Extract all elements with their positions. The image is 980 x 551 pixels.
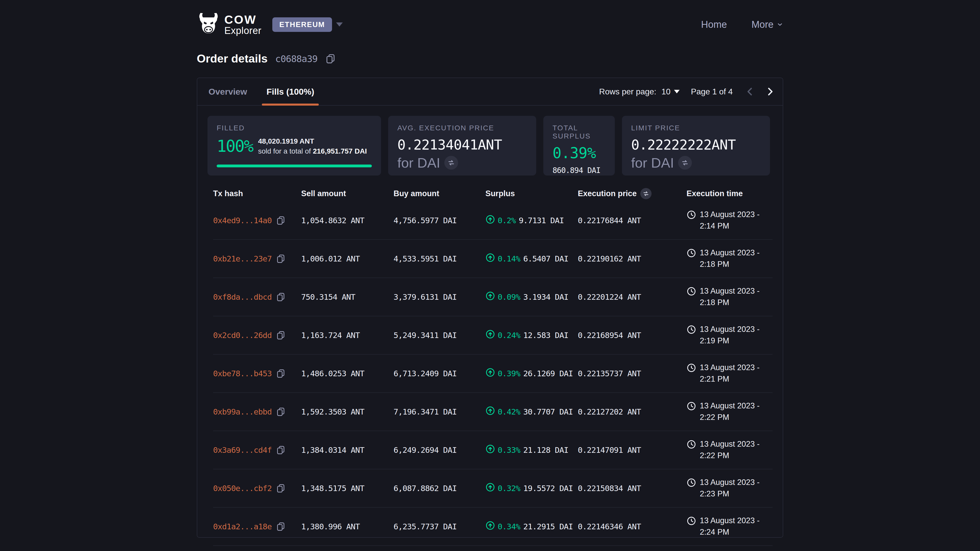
buy-amount-cell: 6,713.2409 DAI <box>393 369 485 378</box>
copy-tx-hash-icon[interactable] <box>276 407 286 416</box>
clock-icon <box>687 247 696 260</box>
execution-time-text: 13 August 2023 - 2:18 PM <box>700 247 773 270</box>
execution-price-cell: 0.22176844 ANT <box>578 216 687 225</box>
tx-hash-link[interactable]: 0xb99a...ebbd <box>213 407 272 416</box>
surplus-up-icon <box>485 214 495 226</box>
filled-amount: 48,020.1919 ANT <box>258 136 367 146</box>
surplus-percent: 0.2% <box>498 216 516 225</box>
execution-time-text: 13 August 2023 - 2:22 PM <box>700 438 773 462</box>
limit-price-label: LIMIT PRICE <box>631 124 761 132</box>
rows-per-page-select[interactable]: 10 <box>662 87 680 97</box>
copy-tx-hash-icon[interactable] <box>276 216 286 225</box>
execution-price-cell: 0.22135737 ANT <box>578 369 687 378</box>
table-row: 0xf8da...dbcd 750.3154 ANT 3,379.6131 DA… <box>213 278 773 316</box>
avg-execution-price-label: AVG. EXECUTION PRICE <box>397 124 527 132</box>
copy-tx-hash-icon[interactable] <box>276 368 286 378</box>
copy-tx-hash-icon[interactable] <box>276 330 286 340</box>
tx-hash-link[interactable]: 0xf8da...dbcd <box>213 292 272 302</box>
execution-price-invert-icon[interactable] <box>640 188 652 199</box>
filled-card: FILLED 100% 48,020.1919 ANT sold for a t… <box>207 116 381 176</box>
execution-time-text: 13 August 2023 - 2:18 PM <box>700 286 773 308</box>
copy-order-id-icon[interactable] <box>325 53 336 64</box>
main-nav: Home More <box>701 19 783 30</box>
sell-amount-cell: 1,348.5175 ANT <box>301 484 393 493</box>
execution-price-cell: 0.22150834 ANT <box>578 484 687 493</box>
clock-icon <box>687 209 696 222</box>
logo-wordmark: COW Explorer <box>224 14 262 36</box>
filled-progress-bar <box>217 165 372 167</box>
table-row: 0x050e...cbf2 1,348.5175 ANT 6,087.8862 … <box>213 469 773 508</box>
surplus-amount: 6.5407 DAI <box>523 254 568 263</box>
surplus-percent: 0.32% <box>498 484 520 493</box>
surplus-percent: 0.09% <box>498 292 520 302</box>
filled-label: FILLED <box>217 124 372 132</box>
buy-amount-cell: 3,379.6131 DAI <box>393 292 485 302</box>
execution-price-cell: 0.22147091 ANT <box>578 445 687 454</box>
surplus-amount: 19.5572 DAI <box>523 484 573 493</box>
execution-price-cell: 0.22168954 ANT <box>578 330 687 340</box>
page-indicator: Page 1 of 4 <box>691 87 733 97</box>
network-badge[interactable]: ETHEREUM <box>272 17 332 32</box>
tx-hash-link[interactable]: 0x3a69...cd4f <box>213 445 272 454</box>
previous-page-button[interactable] <box>744 86 756 98</box>
tab-fills[interactable]: Fills (100%) <box>262 78 319 105</box>
surplus-up-icon <box>485 291 495 303</box>
filled-percent: 100% <box>217 137 253 156</box>
rows-per-page-label: Rows per page: <box>599 87 656 97</box>
tab-overview[interactable]: Overview <box>204 78 251 105</box>
table-row: 0x3a69...cd4f 1,384.0314 ANT 6,249.2694 … <box>213 431 773 469</box>
copy-tx-hash-icon[interactable] <box>276 292 286 302</box>
surplus-amount: 9.7131 DAI <box>519 216 564 225</box>
limit-price-card: LIMIT PRICE 0.22222222ANT for DAI <box>622 116 770 176</box>
table-row: 0xb99a...ebbd 1,592.3503 ANT 7,196.3471 … <box>213 393 773 431</box>
sell-amount-cell: 1,486.0253 ANT <box>301 369 393 378</box>
buy-amount-cell: 6,235.7737 DAI <box>393 522 485 531</box>
clock-icon <box>687 362 696 375</box>
column-execution-price: Execution price <box>578 188 687 199</box>
surplus-up-icon <box>485 329 495 341</box>
invert-price-icon[interactable] <box>444 156 458 170</box>
execution-time-text: 13 August 2023 - 2:19 PM <box>700 324 773 347</box>
buy-amount-cell: 7,196.3471 DAI <box>393 407 485 416</box>
avg-execution-price-unit: for DAI <box>397 155 440 171</box>
page-title-row: Order details c0688a39 <box>197 52 783 65</box>
nav-more-menu[interactable]: More <box>751 19 783 30</box>
tx-hash-link[interactable]: 0x050e...cbf2 <box>213 484 272 493</box>
surplus-percent: 0.34% <box>498 522 520 531</box>
column-tx-hash: Tx hash <box>213 189 301 198</box>
surplus-percent: 0.14% <box>498 254 520 263</box>
next-page-button[interactable] <box>764 86 776 98</box>
sell-amount-cell: 1,006.012 ANT <box>301 254 393 263</box>
network-selector[interactable]: ETHEREUM <box>272 17 343 32</box>
tx-hash-link[interactable]: 0x2cd0...26dd <box>213 330 272 340</box>
surplus-up-icon <box>485 253 495 265</box>
copy-tx-hash-icon[interactable] <box>276 483 286 493</box>
tx-hash-link[interactable]: 0x4ed9...14a0 <box>213 216 272 225</box>
tx-hash-link[interactable]: 0xb21e...23e7 <box>213 254 272 263</box>
execution-price-cell: 0.22190162 ANT <box>578 254 687 263</box>
copy-tx-hash-icon[interactable] <box>276 522 286 531</box>
cow-explorer-logo[interactable]: COW Explorer <box>197 12 262 37</box>
limit-price-value: 0.22222222ANT <box>631 137 761 153</box>
copy-tx-hash-icon[interactable] <box>276 445 286 455</box>
nav-home-link[interactable]: Home <box>701 19 727 30</box>
fills-table: Tx hash Sell amount Buy amount Surplus E… <box>213 186 773 546</box>
sell-amount-cell: 1,592.3503 ANT <box>301 407 393 416</box>
avg-execution-price-card: AVG. EXECUTION PRICE 0.22134041ANT for D… <box>388 116 536 176</box>
pager <box>744 86 776 98</box>
tx-hash-link[interactable]: 0xbe78...b453 <box>213 369 272 378</box>
invert-price-icon[interactable] <box>678 156 692 170</box>
execution-price-cell: 0.22127202 ANT <box>578 407 687 416</box>
sell-amount-cell: 1,384.0314 ANT <box>301 445 393 454</box>
tabs-row: Overview Fills (100%) Rows per page: 10 … <box>197 78 783 106</box>
table-row: 0x4ed9...14a0 1,054.8632 ANT 4,756.5977 … <box>213 202 773 240</box>
column-buy-amount: Buy amount <box>393 189 485 198</box>
execution-price-cell: 0.22146346 ANT <box>578 522 687 531</box>
clock-icon <box>687 477 696 489</box>
table-controls: Rows per page: 10 Page 1 of 4 <box>599 86 776 98</box>
copy-tx-hash-icon[interactable] <box>276 254 286 264</box>
cow-logo-icon <box>197 12 220 37</box>
tx-hash-link[interactable]: 0xd1a2...a18e <box>213 522 272 531</box>
execution-price-cell: 0.22201224 ANT <box>578 292 687 302</box>
chevron-down-icon <box>776 19 783 30</box>
